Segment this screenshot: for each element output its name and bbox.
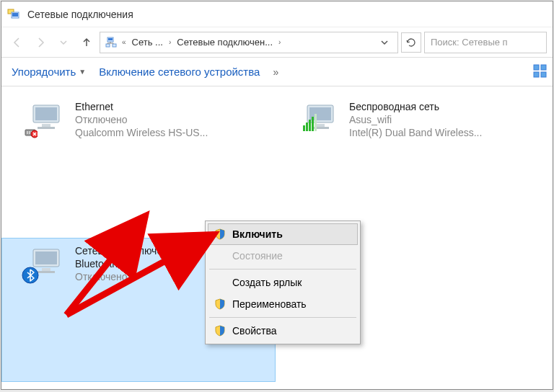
back-button[interactable] [7,32,27,53]
svg-rect-16 [27,131,28,134]
ctx-label: Включить [232,228,283,240]
svg-rect-10 [541,72,546,77]
separator [209,317,356,318]
ctx-enable[interactable]: Включить [208,223,358,245]
toolbar-more-button[interactable]: » [273,66,278,78]
connection-name-line1: Сетевое подключение [75,245,180,257]
separator [209,269,356,270]
view-options-button[interactable] [532,63,548,81]
ctx-label: Свойства [232,325,276,337]
svg-rect-13 [42,124,50,127]
enable-device-button[interactable]: Включение сетевого устройства [99,66,260,78]
shield-icon [214,228,227,241]
recent-dropdown[interactable] [53,32,74,53]
svg-rect-6 [113,44,116,47]
search-input[interactable]: Поиск: Сетевые п [424,32,547,53]
organize-menu[interactable]: Упорядочить ▼ [12,66,86,78]
network-connections-window: Сетевые подключения « [1,1,553,390]
svg-rect-7 [534,65,539,70]
ctx-label: Состояние [232,250,283,262]
connection-device: Intel(R) Dual Band Wireless... [349,127,482,138]
connection-ethernet[interactable]: Ethernet Отключено Qualcomm Wireless HS-… [1,94,276,238]
svg-rect-5 [106,44,110,47]
breadcrumb-seg-1[interactable]: Сеть ... [131,37,164,48]
toolbar: Упорядочить ▼ Включение сетевого устройс… [1,58,553,86]
ctx-status: Состояние [208,245,358,267]
ethernet-icon [27,101,65,138]
wireless-icon [302,101,339,138]
svg-rect-4 [108,38,113,40]
svg-rect-31 [42,268,50,271]
forward-button[interactable] [30,32,50,53]
ctx-label: Создать ярлык [232,277,302,288]
window-title: Сетевые подключения [27,9,133,20]
connection-name: Ethernet [75,101,208,112]
connection-device: Qualcomm Wireless HS-US... [75,127,208,138]
svg-rect-23 [312,127,329,129]
svg-rect-14 [38,127,55,129]
svg-rect-30 [35,251,57,264]
svg-rect-26 [309,120,311,131]
svg-rect-8 [541,65,546,70]
chevron-right-icon[interactable]: › [277,38,282,46]
search-placeholder: Поиск: Сетевые п [431,37,508,48]
navbar: « Сеть ... › Сетевые подключен... › Поис… [1,27,553,58]
svg-rect-12 [35,107,57,120]
breadcrumb-icon [105,36,118,49]
svg-rect-28 [315,114,317,131]
svg-rect-25 [306,122,308,131]
shield-icon [214,298,227,311]
connection-status: Отключено [75,271,180,282]
connection-name: Беспроводная сеть [349,101,482,112]
svg-rect-27 [312,117,314,131]
titlebar: Сетевые подключения [1,1,553,27]
svg-rect-24 [303,125,305,131]
connection-wireless[interactable]: Беспроводная сеть Asus_wifi Intel(R) Dua… [276,94,550,238]
bluetooth-icon [27,245,65,282]
context-menu: Включить Состояние Создать ярлык Переиме… [205,220,361,344]
svg-rect-2 [12,13,18,17]
breadcrumb-bar[interactable]: « Сеть ... › Сетевые подключен... › [100,32,398,53]
svg-rect-17 [29,131,30,134]
svg-rect-22 [316,124,325,127]
disabled-x-icon [25,125,38,138]
chevron-icon[interactable]: « [120,38,128,46]
refresh-button[interactable] [401,32,421,53]
bluetooth-badge-icon [22,267,39,284]
breadcrumb-seg-2[interactable]: Сетевые подключен... [175,37,274,48]
chevron-down-icon: ▼ [79,68,86,76]
ctx-rename[interactable]: Переименовать [208,293,358,315]
ctx-properties[interactable]: Свойства [208,320,358,342]
ctx-shortcut[interactable]: Создать ярлык [208,272,358,293]
shield-icon [214,324,227,337]
up-button[interactable] [76,32,97,53]
connection-status: Asus_wifi [349,114,482,125]
connection-status: Отключено [75,114,208,125]
svg-rect-9 [534,72,539,77]
connection-name-line2: Bluetooth [75,258,180,270]
ctx-label: Переименовать [232,298,307,310]
window-icon [7,7,22,22]
chevron-right-icon[interactable]: › [167,38,172,46]
breadcrumb-dropdown[interactable] [376,38,393,47]
svg-rect-32 [38,271,55,273]
